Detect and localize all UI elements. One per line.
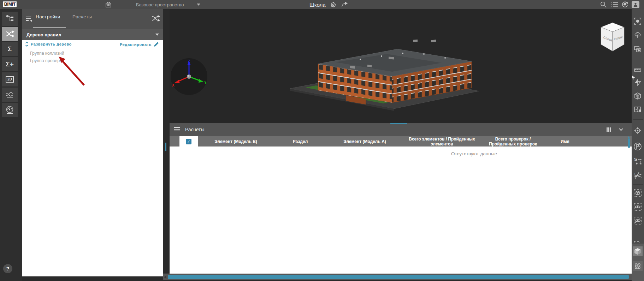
app-root: BiMiT Базовое пространство Школа — [0, 0, 644, 281]
selection-focus-icon[interactable] — [633, 44, 643, 54]
right-toolbar: S 12 — [632, 9, 644, 281]
axis-intersections-icon[interactable]: 12 — [633, 171, 643, 180]
table-header-spacer — [170, 136, 179, 147]
tree-item-checks-group[interactable]: Группа проверок — [30, 58, 64, 63]
expand-tree-button[interactable]: Развернуть дерево — [25, 42, 72, 47]
vegetation-tree-icon[interactable] — [633, 30, 643, 40]
calculations-panel: Расчеты ✓ Элемент (Модель B) Раздел Элем… — [170, 123, 632, 274]
ruler-measure-icon[interactable] — [633, 65, 643, 75]
tab-calculations[interactable]: Расчеты — [72, 14, 92, 19]
workspace-selector[interactable]: Базовое пространство — [136, 0, 200, 9]
collapse-panel-icon[interactable] — [620, 129, 622, 130]
panel-collapse-icon[interactable] — [25, 16, 32, 24]
share-icon[interactable] — [341, 0, 349, 9]
flash-clip-icon[interactable] — [633, 77, 643, 87]
tab-settings[interactable]: Настройки — [36, 14, 60, 19]
briefcase-icon[interactable] — [105, 0, 112, 9]
2d-view-icon[interactable]: 2D — [2, 72, 18, 86]
topbar-divider — [128, 0, 128, 9]
columns-icon[interactable] — [607, 127, 612, 132]
notifications-sync-icon[interactable] — [621, 0, 629, 9]
list-icon[interactable] — [611, 0, 619, 9]
settings-panel: Настройки Расчеты Дерево правил Разверну… — [22, 9, 163, 276]
axis-x-label: X — [172, 83, 175, 87]
navigation-cube[interactable]: Слева Сзади — [600, 22, 625, 54]
floor-plan-icon[interactable] — [633, 104, 643, 114]
scroll-left-arrow-icon[interactable] — [164, 275, 166, 279]
help-button[interactable]: ? — [3, 264, 12, 273]
clash-detection-icon[interactable] — [2, 27, 18, 41]
workspace-name: Базовое пространство — [136, 2, 184, 7]
logo-dot — [7, 2, 8, 4]
2d-glyph: 2D — [6, 76, 14, 83]
gear-icon[interactable] — [330, 0, 337, 9]
model-tree-icon[interactable] — [2, 12, 18, 26]
column-element-model-b[interactable]: Элемент (Модель B) — [198, 136, 274, 147]
shuffle-icon[interactable] — [151, 14, 160, 24]
column-total-elements[interactable]: Всего элементов / Пройденных элементов — [403, 136, 481, 147]
logo-dot — [13, 2, 14, 4]
axis-z-label: Z — [188, 59, 190, 63]
search-icon[interactable] — [600, 0, 607, 9]
select-all-cell: ✓ — [179, 136, 198, 147]
edit-button[interactable]: Редактировать — [120, 42, 159, 47]
svg-text:1: 1 — [634, 173, 636, 175]
app-logo[interactable]: BiMiT — [3, 1, 17, 8]
select-all-checkbox[interactable]: ✓ — [186, 139, 191, 144]
calculations-header: Расчеты — [170, 123, 632, 136]
chevron-down-icon — [197, 4, 200, 6]
column-total-checks[interactable]: Всего проверок / Пройденных проверок — [481, 136, 545, 147]
3d-viewport[interactable]: Z X Y Слева Сзади — [170, 9, 632, 123]
graphs-icon[interactable] — [2, 88, 18, 102]
focus-model-icon[interactable] — [633, 16, 643, 26]
active-tab-underline — [33, 27, 66, 28]
sum-plus-glyph: Σ+ — [6, 60, 14, 68]
sum-icon[interactable]: Σ — [2, 42, 18, 56]
tree-item-collision-group[interactable]: Группа коллизий — [30, 51, 64, 56]
sum-plus-icon[interactable]: Σ+ — [2, 57, 18, 71]
expand-tree-label: Развернуть дерево — [31, 42, 72, 46]
axis-y-label: Y — [204, 80, 207, 84]
project-title: Школа — [309, 2, 326, 8]
show-elements-icon[interactable] — [633, 202, 643, 212]
cube-visibility-icon[interactable] — [633, 188, 643, 198]
column-element-model-a[interactable]: Элемент (Модель A) — [327, 136, 403, 147]
gauge-icon[interactable] — [2, 103, 18, 117]
axis-gizmo[interactable]: Z X Y — [171, 58, 207, 95]
locate-target-icon[interactable] — [633, 126, 643, 136]
edit-label: Редактировать — [120, 42, 152, 47]
hamburger-menu-icon[interactable] — [174, 127, 180, 133]
chevron-down-icon — [155, 34, 159, 36]
orbit-mode-icon[interactable] — [633, 261, 643, 271]
bottom-panel-drag-handle[interactable] — [390, 123, 407, 124]
table-vertical-scrollbar[interactable] — [628, 138, 630, 148]
flag-marker-icon[interactable] — [633, 142, 643, 151]
left-toolbar: Σ Σ+ 2D ? — [0, 9, 22, 281]
school-building-model[interactable] — [276, 20, 480, 112]
rules-tree-section-header[interactable]: Дерево правил — [22, 29, 163, 40]
section-cube-icon[interactable] — [633, 91, 643, 101]
column-name[interactable]: Имя — [545, 136, 585, 147]
section-title: Дерево правил — [26, 32, 61, 37]
sum-glyph: Σ — [8, 45, 12, 53]
column-section[interactable]: Раздел — [274, 136, 327, 147]
project-header: Школа — [309, 0, 349, 9]
calculations-title: Расчеты — [185, 127, 205, 132]
panel-resize-handle[interactable] — [165, 143, 166, 151]
empty-table-message: Отсутствуют данные — [451, 151, 497, 156]
horizontal-scrollbar-thumb[interactable] — [168, 275, 629, 279]
table-header-row: ✓ Элемент (Модель B) Раздел Элемент (Мод… — [170, 136, 632, 147]
solid-view-icon[interactable] — [633, 246, 643, 256]
top-bar: BiMiT Базовое пространство Школа — [0, 0, 644, 9]
horizontal-scrollbar-track[interactable] — [163, 274, 632, 280]
panel-header: Настройки Расчеты — [22, 9, 163, 29]
tree-actions-row: Развернуть дерево Редактировать — [22, 42, 163, 49]
user-icon[interactable] — [632, 1, 639, 8]
hide-elements-icon[interactable] — [633, 216, 643, 226]
selection-set-icon[interactable]: S — [633, 156, 643, 166]
